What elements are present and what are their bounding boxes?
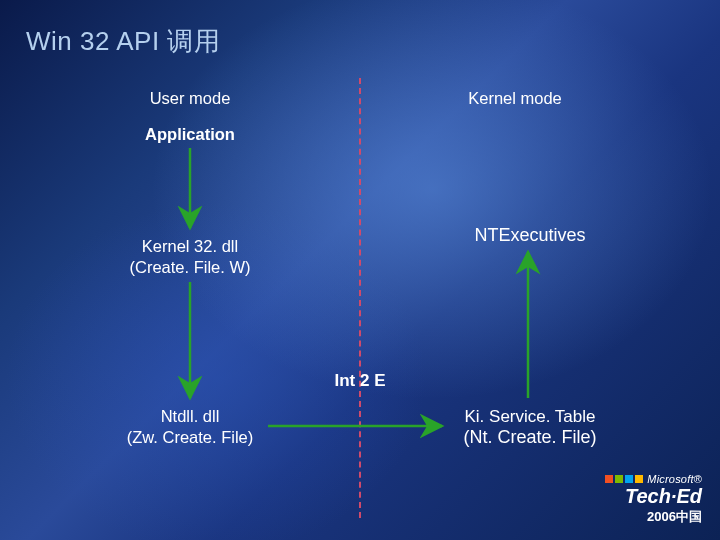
ms-logo-square [625, 475, 633, 483]
mode-divider [359, 78, 361, 518]
node-kernel32: Kernel 32. dll (Create. File. W) [100, 236, 280, 277]
ms-logo-square [605, 475, 613, 483]
node-kiservice-l2: (Nt. Create. File) [430, 426, 630, 449]
logo-brand-row: Microsoft® [604, 473, 702, 485]
ms-logo-square [635, 475, 643, 483]
ms-logo-square [615, 475, 623, 483]
label-kernel-mode: Kernel mode [435, 88, 595, 109]
logo-product: Tech·Ed [604, 485, 702, 508]
label-int2e: Int 2 E [320, 370, 400, 391]
node-ntdll: Ntdll. dll (Zw. Create. File) [100, 406, 280, 447]
node-application: Application [110, 124, 270, 145]
teched-logo: Microsoft® Tech·Ed 2006中国 [604, 473, 702, 526]
node-kiservice-l1: Ki. Service. Table [430, 406, 630, 427]
page-title: Win 32 API 调用 [26, 24, 220, 59]
logo-sub: 2006中国 [647, 509, 702, 524]
label-user-mode: User mode [120, 88, 260, 109]
logo-brand: Microsoft [647, 473, 693, 485]
node-ntexecutives: NTExecutives [440, 224, 620, 247]
